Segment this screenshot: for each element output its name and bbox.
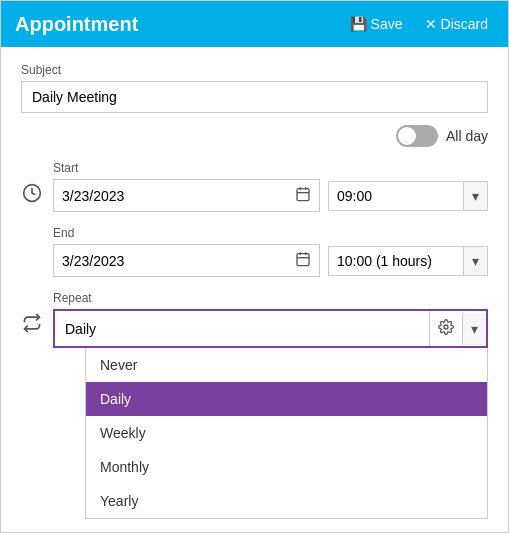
allday-row: All day [21, 125, 488, 147]
start-fields: Start [53, 161, 488, 212]
start-time-field: ▾ [328, 181, 488, 211]
repeat-option-monthly[interactable]: Monthly [86, 450, 487, 484]
titlebar: Appointment 💾 Save ✕ Discard [1, 1, 508, 47]
clock-icon [21, 183, 43, 203]
allday-label: All day [446, 128, 488, 144]
discard-button[interactable]: ✕ Discard [419, 12, 494, 36]
repeat-option-daily[interactable]: Daily [86, 382, 487, 416]
repeat-input[interactable] [55, 313, 429, 345]
repeat-input-row: ▾ [53, 309, 488, 348]
appointment-window: Appointment 💾 Save ✕ Discard Subject All [0, 0, 509, 533]
end-datetime-row: ▾ [53, 244, 488, 277]
save-button[interactable]: 💾 Save [344, 12, 409, 36]
start-time-dropdown-arrow[interactable]: ▾ [463, 182, 487, 210]
repeat-option-never[interactable]: Never [86, 348, 487, 382]
repeat-icon [21, 313, 43, 333]
start-datetime-row: ▾ [53, 179, 488, 212]
end-date-input[interactable] [62, 253, 289, 269]
svg-rect-1 [297, 189, 309, 201]
end-calendar-icon[interactable] [295, 251, 311, 270]
repeat-label: Repeat [53, 291, 488, 305]
close-icon: ✕ [425, 16, 437, 32]
repeat-dropdown-menu: Never Daily Weekly Monthly Yearly [85, 348, 488, 519]
start-label: Start [53, 161, 488, 175]
subject-field-group: Subject [21, 63, 488, 125]
toggle-slider [396, 125, 438, 147]
window-title: Appointment [15, 13, 138, 36]
start-row: Start [21, 161, 488, 212]
form-body: Subject All day Start [1, 47, 508, 532]
repeat-gear-icon[interactable] [429, 311, 462, 346]
repeat-dropdown-arrow[interactable]: ▾ [462, 313, 486, 345]
end-time-field: ▾ [328, 246, 488, 276]
repeat-option-yearly[interactable]: Yearly [86, 484, 487, 518]
svg-point-9 [444, 325, 448, 329]
repeat-fields: Repeat ▾ Never Daily Weekly [53, 291, 488, 519]
start-date-input[interactable] [62, 188, 289, 204]
end-fields: End [53, 226, 488, 277]
start-calendar-icon[interactable] [295, 186, 311, 205]
start-time-input[interactable] [329, 182, 463, 210]
save-icon: 💾 [350, 16, 367, 32]
repeat-option-weekly[interactable]: Weekly [86, 416, 487, 450]
start-date-field [53, 179, 320, 212]
allday-toggle[interactable] [396, 125, 438, 147]
end-date-field [53, 244, 320, 277]
save-label: Save [371, 16, 403, 32]
subject-input[interactable] [21, 81, 488, 113]
end-time-input[interactable] [329, 247, 463, 275]
end-row: End [21, 226, 488, 277]
repeat-row: Repeat ▾ Never Daily Weekly [21, 291, 488, 519]
titlebar-actions: 💾 Save ✕ Discard [344, 12, 494, 36]
subject-label: Subject [21, 63, 488, 77]
end-time-dropdown-arrow[interactable]: ▾ [463, 247, 487, 275]
discard-label: Discard [441, 16, 488, 32]
svg-rect-5 [297, 254, 309, 266]
end-label: End [53, 226, 488, 240]
